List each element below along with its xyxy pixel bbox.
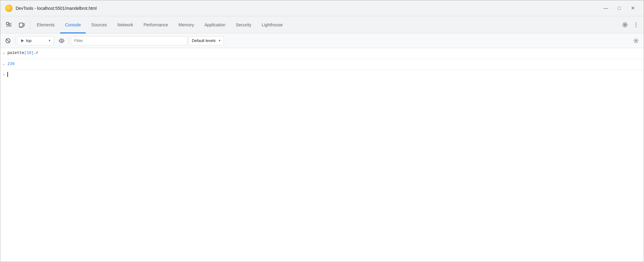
index-value: 10: [27, 51, 32, 55]
minimize-button[interactable]: —: [600, 3, 612, 14]
console-prompt-row[interactable]: ›: [0, 70, 644, 81]
devtools-window: DevTools - localhost:5501/mandelbrot.htm…: [0, 0, 644, 262]
toolbar-divider-1: [15, 37, 15, 44]
tab-console[interactable]: Console: [60, 19, 85, 31]
console-entry-output: ‹ 239: [0, 59, 644, 70]
close-button[interactable]: ✕: [627, 3, 639, 14]
expand-arrow[interactable]: ›: [3, 51, 5, 57]
context-selector[interactable]: top ▾: [17, 36, 54, 45]
tab-divider: [30, 21, 30, 29]
svg-point-10: [636, 26, 637, 27]
settings-button[interactable]: [620, 20, 630, 30]
context-value: top: [26, 38, 32, 43]
title-bar-left: DevTools - localhost:5501/mandelbrot.htm…: [5, 5, 97, 12]
toolbar-divider-2: [69, 37, 69, 44]
bracket-close: ]: [31, 51, 34, 55]
svg-rect-0: [6, 22, 9, 25]
svg-point-8: [636, 22, 637, 23]
tab-lighthouse[interactable]: Lighthouse: [257, 19, 288, 31]
svg-point-15: [635, 40, 637, 41]
tab-performance[interactable]: Performance: [138, 19, 173, 31]
eye-icon: [59, 38, 64, 44]
device-toggle-button[interactable]: [16, 19, 28, 31]
tab-bar-right: [620, 20, 641, 30]
inspect-button[interactable]: [3, 19, 15, 31]
bracket-open: [: [24, 51, 27, 55]
tab-bar-left: Elements Console Sources Network Perform…: [3, 19, 288, 31]
window-controls: — □ ✕: [600, 3, 639, 14]
levels-label: Default levels: [192, 38, 216, 43]
tab-sources[interactable]: Sources: [86, 19, 112, 31]
live-expressions-button[interactable]: [56, 36, 67, 46]
tab-memory[interactable]: Memory: [174, 19, 199, 31]
console-content: › palette[10].r ‹ 239 ›: [0, 48, 644, 262]
devtools-icon: [5, 5, 13, 12]
context-dropdown-arrow: ▾: [49, 39, 51, 43]
console-toolbar: top ▾ Default levels ▾: [0, 33, 644, 48]
tab-elements[interactable]: Elements: [32, 19, 59, 31]
svg-line-12: [6, 39, 10, 43]
prompt-arrow: ›: [3, 73, 5, 77]
inspect-icon: [6, 22, 12, 28]
tab-bar: Elements Console Sources Network Perform…: [0, 16, 644, 33]
filter-input[interactable]: [71, 36, 187, 45]
output-value: 239: [7, 61, 14, 67]
tab-security[interactable]: Security: [231, 19, 256, 31]
device-icon: [19, 22, 25, 28]
levels-arrow: ▾: [219, 39, 221, 43]
settings-icon: [622, 22, 628, 28]
tab-network[interactable]: Network: [112, 19, 138, 31]
play-icon: [21, 39, 24, 43]
console-input-text: palette[10].r: [7, 50, 641, 56]
more-button[interactable]: [631, 20, 641, 30]
svg-rect-5: [23, 24, 25, 26]
tab-application[interactable]: Application: [199, 19, 230, 31]
clear-console-button[interactable]: [3, 36, 13, 46]
clear-icon: [5, 38, 11, 44]
svg-point-14: [61, 40, 63, 41]
console-settings-button[interactable]: [631, 36, 641, 46]
window-title: DevTools - localhost:5501/mandelbrot.htm…: [16, 6, 97, 11]
output-arrow: ‹: [3, 62, 5, 68]
more-icon: [633, 22, 639, 28]
title-bar: DevTools - localhost:5501/mandelbrot.htm…: [0, 0, 644, 16]
console-entry-input: › palette[10].r: [0, 48, 644, 59]
levels-dropdown[interactable]: Default levels ▾: [188, 36, 224, 45]
console-cursor: [7, 72, 8, 77]
maximize-button[interactable]: □: [613, 3, 625, 14]
console-settings-icon: [633, 38, 639, 44]
svg-marker-13: [21, 39, 24, 42]
svg-point-7: [624, 24, 626, 26]
svg-point-9: [636, 24, 637, 25]
